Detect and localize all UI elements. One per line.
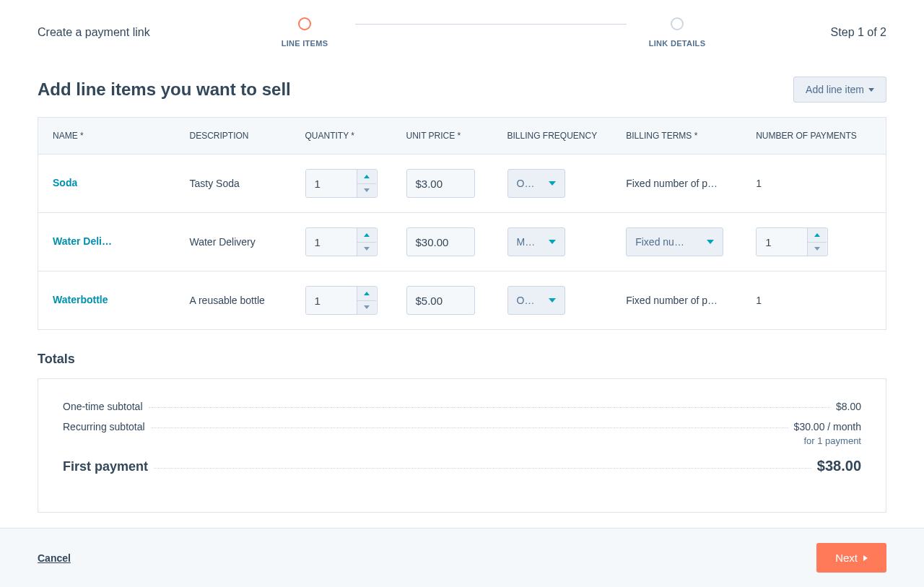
col-billing-frequency: BILLING FREQUENCY <box>493 118 612 155</box>
line-item-name-link[interactable]: Waterbottle <box>53 294 108 305</box>
step-counter: Step 1 of 2 <box>728 17 886 39</box>
stepper-up-button[interactable] <box>808 228 827 243</box>
stepper-up-button[interactable] <box>357 287 376 301</box>
quantity-stepper[interactable] <box>305 227 378 256</box>
num-payments-text: 1 <box>741 271 886 330</box>
chevron-up-icon <box>364 292 370 295</box>
first-payment-label: First payment <box>63 459 148 474</box>
add-line-item-button[interactable]: Add line item <box>793 77 886 103</box>
recurring-subtotal-label: Recurring subtotal <box>63 421 145 432</box>
add-line-item-label: Add line item <box>806 84 864 95</box>
col-description: DESCRIPTION <box>175 118 291 155</box>
quantity-stepper[interactable] <box>305 169 378 198</box>
select-value: O… <box>517 178 541 189</box>
step-connector <box>355 24 627 25</box>
num-payments-text: 1 <box>741 155 886 213</box>
line-item-description: Water Delivery <box>175 213 291 271</box>
caret-down-icon <box>549 240 556 244</box>
col-num-payments: NUMBER OF PAYMENTS <box>741 118 886 155</box>
dotted-leader <box>151 427 788 428</box>
quantity-stepper[interactable] <box>305 286 378 315</box>
line-items-table: NAME * DESCRIPTION QUANTITY * UNIT PRICE… <box>38 117 886 330</box>
progress-stepper: LINE ITEMS LINK DETAILS <box>254 17 728 48</box>
totals-heading: Totals <box>38 352 886 367</box>
recurring-subtotal-note: for 1 payment <box>63 435 861 446</box>
chevron-down-icon <box>814 247 820 251</box>
table-row: WaterbottleA reusable bottle O… Fixed nu… <box>38 271 886 330</box>
caret-down-icon <box>707 240 714 244</box>
chevron-up-icon <box>364 233 370 237</box>
num-payments-input[interactable] <box>757 228 807 256</box>
line-item-description: A reusable bottle <box>175 271 291 330</box>
totals-box: One-time subtotal $8.00 Recurring subtot… <box>38 378 886 513</box>
next-button[interactable]: Next <box>816 543 886 573</box>
step-label: LINK DETAILS <box>649 39 706 48</box>
billing-frequency-select[interactable]: O… <box>507 169 565 198</box>
step-label: LINE ITEMS <box>282 39 328 48</box>
line-item-name-link[interactable]: Soda <box>53 177 77 188</box>
section-heading: Add line items you want to sell <box>38 79 291 100</box>
num-payments-stepper[interactable] <box>756 227 828 256</box>
table-row: SodaTasty Soda O… Fixed number of p…1 <box>38 155 886 213</box>
billing-frequency-select[interactable]: O… <box>507 286 565 315</box>
step-link-details: LINK DETAILS <box>627 17 728 48</box>
stepper-down-button[interactable] <box>357 243 376 256</box>
one-time-subtotal-value: $8.00 <box>836 401 861 412</box>
stepper-up-button[interactable] <box>357 170 376 184</box>
caret-down-icon <box>549 298 556 303</box>
caret-down-icon <box>549 181 556 186</box>
quantity-input[interactable] <box>306 170 357 197</box>
chevron-down-icon <box>364 188 370 192</box>
stepper-down-button[interactable] <box>357 184 376 198</box>
unit-price-input[interactable] <box>406 169 475 198</box>
billing-terms-select[interactable]: Fixed nu… <box>626 227 723 256</box>
table-row: Water Deli…Water Delivery M… Fixed nu… <box>38 213 886 271</box>
billing-terms-text: Fixed number of p… <box>611 271 741 330</box>
step-line-items: LINE ITEMS <box>254 17 355 48</box>
chevron-up-icon <box>364 175 370 178</box>
unit-price-input[interactable] <box>406 227 475 256</box>
select-value: M… <box>517 236 541 248</box>
chevron-down-icon <box>364 247 370 251</box>
chevron-down-icon <box>364 305 370 309</box>
quantity-input[interactable] <box>306 287 357 314</box>
chevron-up-icon <box>814 233 820 237</box>
page-title: Create a payment link <box>38 17 254 39</box>
stepper-up-button[interactable] <box>357 228 376 243</box>
unit-price-input[interactable] <box>406 286 475 315</box>
col-billing-terms: BILLING TERMS * <box>611 118 741 155</box>
line-item-description: Tasty Soda <box>175 155 291 213</box>
col-quantity: QUANTITY * <box>291 118 392 155</box>
step-circle-icon <box>671 17 684 30</box>
select-value: Fixed nu… <box>635 236 699 248</box>
billing-terms-text: Fixed number of p… <box>611 155 741 213</box>
col-unit-price: UNIT PRICE * <box>392 118 493 155</box>
recurring-subtotal-value: $30.00 / month <box>794 421 861 432</box>
dotted-leader <box>154 468 811 469</box>
billing-frequency-select[interactable]: M… <box>507 227 565 256</box>
cancel-link[interactable]: Cancel <box>38 552 71 564</box>
stepper-down-button[interactable] <box>357 301 376 315</box>
quantity-input[interactable] <box>306 228 357 256</box>
caret-down-icon <box>868 88 874 92</box>
chevron-right-icon <box>863 555 868 561</box>
line-item-name-link[interactable]: Water Deli… <box>53 235 112 247</box>
next-button-label: Next <box>835 552 858 564</box>
col-name: NAME * <box>38 118 175 155</box>
select-value: O… <box>517 295 541 306</box>
first-payment-value: $38.00 <box>817 458 861 474</box>
one-time-subtotal-label: One-time subtotal <box>63 401 143 412</box>
stepper-down-button[interactable] <box>808 243 827 256</box>
step-circle-active-icon <box>298 17 311 30</box>
dotted-leader <box>149 407 830 408</box>
